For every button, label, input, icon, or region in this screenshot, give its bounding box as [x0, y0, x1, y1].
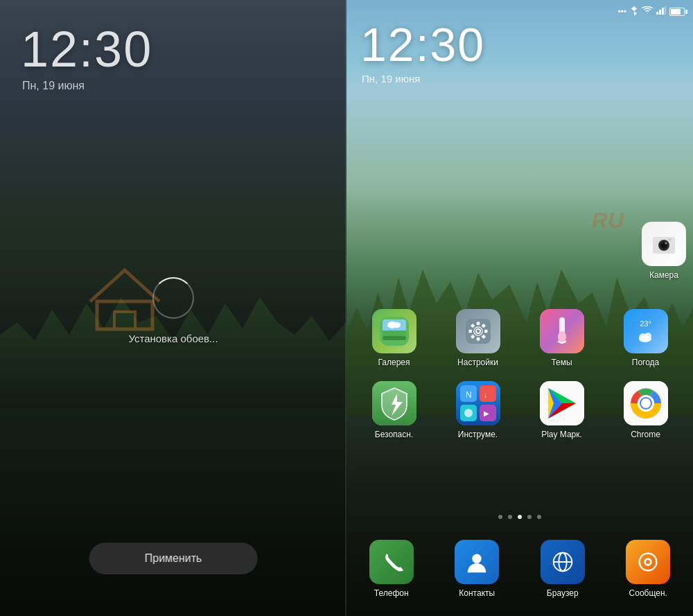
lock-screen-time: 12:30 — [21, 21, 152, 78]
contacts-app-label: Контакты — [459, 588, 495, 598]
svg-point-53 — [473, 554, 482, 563]
svg-rect-17 — [383, 336, 406, 340]
svg-rect-19 — [476, 322, 480, 326]
bluetooth-icon — [630, 6, 638, 17]
settings-app-icon[interactable] — [456, 309, 500, 353]
svg-point-35 — [639, 335, 651, 342]
app-item-gallery[interactable]: Галерея — [353, 305, 435, 371]
app-item-playstore[interactable]: Play Марк. — [521, 377, 602, 443]
phone-app-label: Телефон — [374, 588, 409, 598]
svg-text:↓: ↓ — [484, 391, 487, 399]
battery-fill — [671, 9, 681, 15]
svg-rect-39 — [480, 385, 496, 402]
svg-rect-2 — [656, 12, 658, 15]
app-item-security[interactable]: Безопасн. — [353, 377, 435, 443]
page-dot-1[interactable] — [508, 515, 512, 519]
app-item-themes[interactable]: Темы — [521, 305, 602, 371]
themes-app-icon[interactable] — [540, 309, 584, 353]
svg-text:N: N — [466, 390, 472, 400]
svg-point-29 — [476, 330, 480, 333]
camera-app-container[interactable]: Камера — [642, 222, 686, 280]
home-screen-panel: RU ••• 12:30 — [346, 0, 693, 616]
app-item-phone[interactable]: Телефон — [350, 536, 433, 602]
security-app-icon[interactable] — [372, 381, 416, 425]
camera-app-icon[interactable] — [642, 222, 686, 266]
svg-rect-22 — [484, 330, 488, 333]
page-dot-0[interactable] — [498, 515, 502, 519]
svg-rect-11 — [668, 238, 672, 240]
app-item-browser[interactable]: Браузер — [521, 536, 604, 602]
app-item-chrome[interactable]: Chrome — [605, 377, 686, 443]
svg-point-59 — [646, 560, 650, 564]
weather-display: 23° — [624, 309, 668, 353]
battery-icon — [669, 8, 685, 16]
playstore-app-icon[interactable] — [540, 381, 584, 425]
app-item-contacts[interactable]: Контакты — [436, 536, 519, 602]
svg-rect-1 — [114, 312, 135, 329]
messages-app-icon[interactable] — [626, 540, 670, 584]
messages-app-label: Сообщен. — [629, 588, 667, 598]
contacts-app-icon[interactable] — [455, 540, 499, 584]
camera-app-label: Камера — [649, 270, 678, 280]
page-dot-2[interactable] — [518, 515, 522, 519]
apps-grid: Галерея — [353, 305, 686, 443]
tools-app-label: Инструме. — [458, 430, 498, 439]
svg-point-44 — [464, 409, 473, 417]
wifi-icon — [642, 6, 653, 17]
settings-app-label: Настройки — [457, 358, 498, 367]
chrome-app-icon[interactable] — [624, 381, 668, 425]
apply-button[interactable]: Применить — [89, 543, 258, 574]
phone-app-icon[interactable] — [369, 540, 414, 584]
svg-text:▶: ▶ — [484, 410, 489, 417]
weather-app-label: Погода — [632, 358, 660, 367]
app-item-weather[interactable]: 23° Погода — [605, 305, 686, 371]
gallery-app-icon[interactable] — [372, 309, 416, 353]
svg-point-15 — [394, 322, 401, 328]
themes-app-label: Темы — [551, 358, 572, 367]
svg-rect-5 — [665, 6, 666, 15]
security-app-label: Безопасн. — [375, 430, 413, 439]
svg-rect-20 — [476, 337, 480, 341]
svg-point-10 — [665, 243, 667, 245]
lock-screen-date: Пн, 19 июня — [22, 80, 85, 92]
app-item-tools[interactable]: N ↓ ▶ Инструме. — [437, 377, 518, 443]
ru-watermark: RU — [592, 208, 624, 234]
page-dots — [498, 515, 541, 519]
home-screen-time: 12:30 — [360, 17, 485, 71]
chrome-app-label: Chrome — [631, 430, 660, 439]
page-dot-4[interactable] — [537, 515, 541, 519]
app-item-settings[interactable]: Настройки — [437, 305, 518, 371]
lock-screen-panel: 12:30 Пн, 19 июня Установка обоев... При… — [0, 0, 346, 616]
svg-point-52 — [641, 398, 651, 408]
playstore-app-label: Play Марк. — [541, 430, 582, 439]
browser-app-icon[interactable] — [541, 540, 585, 584]
tools-app-icon[interactable]: N ↓ ▶ — [456, 381, 500, 425]
installing-text: Установка обоев... — [128, 333, 218, 344]
bottom-dock: Телефон Контакты Браузер — [350, 536, 690, 602]
home-screen-date: Пн, 19 июня — [362, 73, 420, 85]
browser-app-label: Браузер — [547, 588, 579, 598]
svg-rect-21 — [468, 330, 472, 333]
svg-rect-0 — [97, 301, 152, 329]
svg-rect-4 — [662, 8, 664, 15]
weather-app-icon[interactable]: 23° — [624, 309, 668, 353]
gallery-app-label: Галерея — [378, 358, 410, 367]
status-dots: ••• — [617, 7, 626, 17]
page-dot-3[interactable] — [527, 515, 532, 519]
svg-rect-3 — [659, 10, 661, 15]
signal-icon — [656, 6, 666, 17]
svg-point-32 — [558, 331, 566, 342]
wallpaper-spinner — [152, 277, 194, 319]
spinner-circle — [152, 277, 194, 319]
app-item-messages[interactable]: Сообщен. — [607, 536, 690, 602]
status-bar: ••• — [617, 6, 685, 17]
